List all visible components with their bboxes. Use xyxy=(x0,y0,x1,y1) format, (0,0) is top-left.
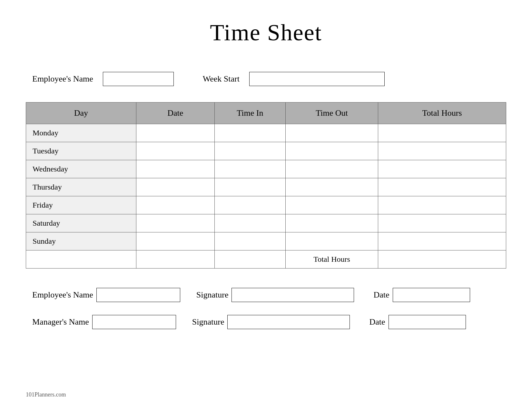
day-cell: Tuesday xyxy=(26,142,136,160)
timein-cell[interactable] xyxy=(214,124,286,142)
manager-bottom-row: Manager's Name Signature Date xyxy=(26,315,506,329)
timeout-cell[interactable] xyxy=(286,160,378,178)
employee-date-label: Date xyxy=(373,290,389,300)
manager-bottom-name-label: Manager's Name xyxy=(32,317,89,327)
manager-bottom-name-input[interactable] xyxy=(92,315,176,329)
table-row: Thursday xyxy=(26,178,506,196)
manager-date-label: Date xyxy=(369,317,385,327)
footer-watermark: 101Planners.com xyxy=(26,391,66,398)
employee-bottom-name-input[interactable] xyxy=(96,288,180,302)
page-title: Time Sheet xyxy=(26,19,506,46)
table-row: Tuesday xyxy=(26,142,506,160)
week-start-input[interactable] xyxy=(249,72,385,86)
timein-cell[interactable] xyxy=(214,178,286,196)
manager-date-input[interactable] xyxy=(389,315,466,329)
date-cell[interactable] xyxy=(136,124,214,142)
timeout-cell[interactable] xyxy=(286,178,378,196)
employee-name-input[interactable] xyxy=(103,72,174,86)
date-cell[interactable] xyxy=(136,214,214,232)
timeout-cell[interactable] xyxy=(286,124,378,142)
total-hours-label: Total Hours xyxy=(286,250,378,269)
employee-bottom-row: Employee's Name Signature Date xyxy=(26,288,506,302)
timein-cell[interactable] xyxy=(214,214,286,232)
employee-signature-input[interactable] xyxy=(232,288,354,302)
totalhours-cell[interactable] xyxy=(378,196,506,214)
col-header-date: Date xyxy=(136,103,214,124)
timein-cell[interactable] xyxy=(214,142,286,160)
col-header-totalhours: Total Hours xyxy=(378,103,506,124)
date-cell[interactable] xyxy=(136,196,214,214)
timein-cell[interactable] xyxy=(214,160,286,178)
timein-cell[interactable] xyxy=(214,196,286,214)
col-header-day: Day xyxy=(26,103,136,124)
col-header-timeout: Time Out xyxy=(286,103,378,124)
date-cell[interactable] xyxy=(136,178,214,196)
totalhours-cell[interactable] xyxy=(378,178,506,196)
total-hours-value[interactable] xyxy=(378,250,506,269)
header-fields: Employee's Name Week Start xyxy=(26,72,506,86)
bottom-fields: Employee's Name Signature Date Manager's… xyxy=(26,288,506,329)
total-summary-row: Total Hours xyxy=(26,250,506,269)
timesheet-table: Day Date Time In Time Out Total Hours Mo… xyxy=(26,102,506,269)
day-cell: Monday xyxy=(26,124,136,142)
timeout-cell[interactable] xyxy=(286,232,378,250)
total-empty-cell xyxy=(26,250,136,269)
day-cell: Friday xyxy=(26,196,136,214)
timeout-cell[interactable] xyxy=(286,214,378,232)
totalhours-cell[interactable] xyxy=(378,124,506,142)
day-cell: Saturday xyxy=(26,214,136,232)
totalhours-cell[interactable] xyxy=(378,160,506,178)
day-cell: Wednesday xyxy=(26,160,136,178)
table-header-row: Day Date Time In Time Out Total Hours xyxy=(26,103,506,124)
total-empty-cell xyxy=(136,250,214,269)
timeout-cell[interactable] xyxy=(286,142,378,160)
timeout-cell[interactable] xyxy=(286,196,378,214)
date-cell[interactable] xyxy=(136,232,214,250)
watermark-text: 101Planners.com xyxy=(26,391,66,398)
week-start-label: Week Start xyxy=(203,74,240,84)
day-cell: Thursday xyxy=(26,178,136,196)
employee-date-input[interactable] xyxy=(393,288,470,302)
page: Time Sheet Employee's Name Week Start Da… xyxy=(0,0,532,411)
table-row: Friday xyxy=(26,196,506,214)
title-section: Time Sheet xyxy=(26,19,506,46)
date-cell[interactable] xyxy=(136,160,214,178)
timein-cell[interactable] xyxy=(214,232,286,250)
employee-bottom-name-label: Employee's Name xyxy=(32,290,93,300)
date-cell[interactable] xyxy=(136,142,214,160)
col-header-timein: Time In xyxy=(214,103,286,124)
manager-signature-label: Signature xyxy=(192,317,224,327)
employee-signature-label: Signature xyxy=(196,290,229,300)
table-row: Monday xyxy=(26,124,506,142)
manager-signature-input[interactable] xyxy=(227,315,350,329)
table-row: Sunday xyxy=(26,232,506,250)
totalhours-cell[interactable] xyxy=(378,142,506,160)
total-empty-cell xyxy=(214,250,286,269)
employee-name-label: Employee's Name xyxy=(32,74,93,84)
totalhours-cell[interactable] xyxy=(378,232,506,250)
totalhours-cell[interactable] xyxy=(378,214,506,232)
table-row: Wednesday xyxy=(26,160,506,178)
day-cell: Sunday xyxy=(26,232,136,250)
table-row: Saturday xyxy=(26,214,506,232)
